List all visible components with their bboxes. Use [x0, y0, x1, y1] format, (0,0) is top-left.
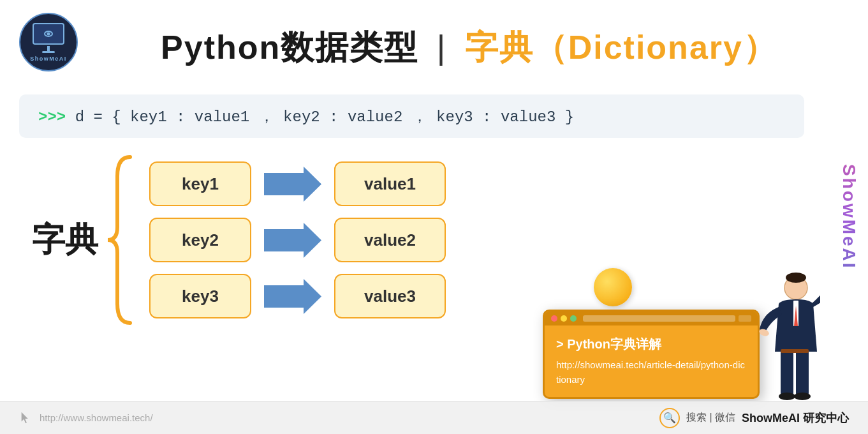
bottom-url-text: http://www.showmeai.tech/ — [40, 412, 153, 423]
arrow-icon-1 — [264, 167, 321, 202]
info-card: > Python字典详解 http://showmeai.tech/articl… — [543, 310, 760, 399]
person-icon — [750, 269, 820, 403]
header: ShowMeAI Python数据类型 | 字典（Dictionary） — [19, 13, 849, 83]
kv-row-2: key2 value2 — [149, 218, 446, 262]
logo-monitor — [33, 23, 64, 45]
svg-marker-1 — [264, 223, 321, 258]
value-box-1: value1 — [334, 161, 446, 206]
code-prompt: >>> — [38, 108, 66, 126]
logo-circle: ShowMeAI — [19, 13, 78, 71]
main-title: Python数据类型 | 字典（Dictionary） — [89, 26, 849, 70]
svg-point-4 — [786, 273, 806, 283]
page-wrapper: ShowMeAI ShowMeAI Python数据类型 | 字典（Dictio… — [0, 0, 868, 434]
key-box-2: key2 — [149, 218, 251, 262]
value-box-3: value3 — [334, 274, 446, 318]
key-label-2: key2 — [182, 230, 219, 250]
logo-stand — [47, 46, 50, 51]
key-box-3: key3 — [149, 274, 251, 318]
person-figure — [750, 269, 820, 405]
value-label-3: value3 — [364, 287, 416, 306]
title-area: Python数据类型 | 字典（Dictionary） — [89, 26, 849, 70]
info-card-wrapper: > Python字典详解 http://showmeai.tech/articl… — [543, 310, 760, 399]
logo-brand-text: ShowMeAI — [30, 56, 67, 62]
svg-marker-2 — [264, 279, 321, 314]
bottom-search-label: 搜索 | 微信 — [686, 411, 735, 424]
bottom-brand: ShowMeAI 研究中心 — [742, 410, 849, 426]
title-orange: 字典（Dictionary） — [465, 29, 777, 66]
svg-rect-13 — [781, 349, 809, 353]
url-bar-decoration — [583, 315, 735, 322]
window-controls-decoration — [739, 315, 751, 322]
kv-rows: key1 value1 key2 value2 — [149, 161, 446, 318]
bottom-bar: http://www.showmeai.tech/ 🔍 搜索 | 微信 Show… — [0, 401, 868, 434]
key-label-1: key1 — [182, 174, 219, 194]
curly-brace-icon — [105, 151, 136, 329]
bottom-url-area: http://www.showmeai.tech/ — [19, 411, 153, 425]
svg-point-11 — [779, 393, 795, 400]
kv-row-3: key3 value3 — [149, 274, 446, 318]
bottom-right-info: 🔍 搜索 | 微信 ShowMeAI 研究中心 — [659, 408, 849, 428]
search-icon: 🔍 — [659, 408, 680, 428]
arrow-icon-3 — [264, 279, 321, 314]
value-label-2: value2 — [364, 230, 416, 250]
card-link: http://showmeai.tech/article-detail/pyth… — [556, 358, 746, 387]
svg-marker-0 — [264, 167, 321, 202]
info-section: > Python字典详解 http://showmeai.tech/articl… — [543, 269, 820, 399]
logo-eye-icon — [44, 31, 53, 37]
card-title: > Python字典详解 — [556, 336, 746, 353]
title-black: Python数据类型 — [161, 29, 418, 66]
code-block: >>> d = { key1 : value1 ， key2 : value2 … — [19, 94, 804, 138]
window-dot-yellow — [561, 315, 567, 322]
dict-label: 字典 — [32, 218, 98, 262]
value-label-1: value1 — [364, 174, 416, 194]
window-dot-red — [551, 315, 557, 322]
card-content: > Python字典详解 http://showmeai.tech/articl… — [545, 326, 758, 397]
key-box-1: key1 — [149, 161, 251, 206]
svg-point-12 — [794, 393, 811, 400]
logo-area: ShowMeAI — [19, 13, 89, 83]
brace-container — [105, 151, 136, 329]
cursor-icon — [19, 411, 33, 425]
logo-base — [42, 51, 55, 53]
key-label-3: key3 — [182, 287, 219, 306]
kv-row-1: key1 value1 — [149, 161, 446, 206]
code-content: d = { key1 : value1 ， key2 : value2 ， ke… — [75, 108, 575, 126]
card-title-bar — [545, 311, 758, 326]
window-dot-green — [570, 315, 577, 322]
title-pipe: | — [437, 29, 457, 66]
value-box-2: value2 — [334, 218, 446, 262]
svg-rect-9 — [781, 350, 793, 395]
arrow-icon-2 — [264, 223, 321, 258]
svg-rect-10 — [796, 350, 809, 395]
